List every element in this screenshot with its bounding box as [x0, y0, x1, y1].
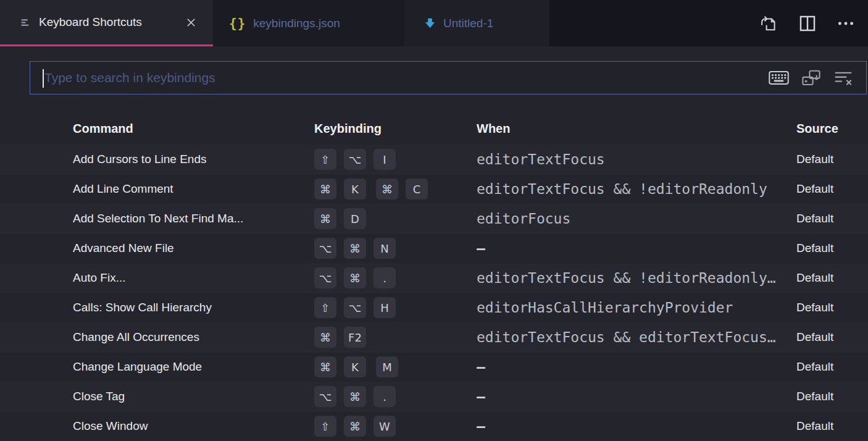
row-indent	[0, 382, 73, 411]
open-keybindings-json-button[interactable]	[759, 14, 778, 33]
tab-keyboard-shortcuts[interactable]: Keyboard Shortcuts	[0, 0, 213, 46]
key-cap: ⌘	[344, 267, 366, 288]
keybinding-cell: ⌘F2	[314, 327, 477, 348]
table-header-row: Command Keybinding When Source	[0, 112, 868, 145]
header-when: When	[477, 122, 796, 136]
source-cell: Default	[796, 182, 868, 196]
search-section	[0, 46, 868, 94]
key-chord: ⇧⌥I	[314, 149, 396, 170]
row-indent	[0, 204, 73, 233]
command-cell: Calls: Show Call Hierarchy	[73, 301, 314, 314]
when-cell: editorFocus	[477, 211, 796, 227]
key-cap: ⌘	[314, 356, 336, 377]
key-cap: C	[406, 178, 428, 200]
header-indent	[0, 112, 73, 145]
key-cap: ⌥	[314, 386, 336, 407]
key-cap: ⌘	[344, 416, 366, 437]
key-cap: ⌥	[344, 297, 366, 318]
keybinding-row[interactable]: Advanced New File ⌥⌘N — Default	[0, 233, 868, 263]
tab-label: Keyboard Shortcuts	[39, 15, 142, 29]
keybinding-row[interactable]: Close Window ⇧⌘W — Default	[0, 411, 868, 441]
keybinding-row[interactable]: Close Tag ⌥⌘. — Default	[0, 382, 868, 411]
keybinding-row[interactable]: Change All Occurrences ⌘F2 editorTextFoc…	[0, 322, 868, 352]
keybinding-row[interactable]: Add Line Comment ⌘K⌘C editorTextFocus &&…	[0, 174, 868, 204]
header-keybinding: Keybinding	[314, 122, 477, 136]
when-cell: editorHasCallHierarchyProvider	[477, 300, 796, 316]
keybinding-cell: ⌥⌘.	[314, 386, 477, 407]
key-cap: ⌘	[314, 208, 336, 229]
row-indent	[0, 233, 73, 263]
key-cap: ⌥	[344, 149, 366, 170]
keybindings-table: Command Keybinding When Source Add Curso…	[0, 112, 868, 441]
source-cell: Default	[796, 212, 868, 225]
key-cap: ⌘	[314, 327, 336, 348]
tab-label: keybindings.json	[253, 17, 340, 30]
row-indent	[0, 411, 73, 441]
key-cap: ⌘	[344, 238, 366, 259]
key-cap: ⌥	[314, 238, 336, 259]
when-cell: —	[477, 418, 796, 434]
source-cell: Default	[796, 330, 868, 344]
tab-keybindings-json[interactable]: {} keybindings.json	[213, 0, 404, 46]
key-chord: ⌥⌘N	[314, 238, 396, 259]
row-indent	[0, 145, 73, 174]
editor-actions	[759, 0, 868, 46]
command-cell: Auto Fix...	[73, 271, 314, 285]
key-cap: N	[373, 238, 396, 259]
command-cell: Close Tag	[73, 390, 314, 403]
search-input[interactable]	[30, 62, 769, 94]
key-cap: K	[344, 178, 366, 200]
when-cell: —	[477, 388, 796, 405]
keybinding-cell: ⇧⌥H	[314, 297, 477, 318]
key-cap: ⌥	[314, 267, 336, 288]
key-cap: I	[373, 149, 396, 170]
record-keys-icon[interactable]	[769, 70, 789, 85]
key-cap: F2	[344, 327, 366, 348]
more-actions-icon[interactable]	[837, 15, 854, 32]
key-cap: ⇧	[314, 297, 336, 318]
keybinding-cell: ⌘KM	[314, 356, 477, 377]
sort-by-precedence-icon[interactable]	[802, 70, 821, 86]
command-cell: Advanced New File	[73, 242, 314, 255]
key-chord: ⌥⌘.	[314, 386, 396, 407]
key-chord: ⌘K	[314, 356, 366, 377]
when-cell: editorTextFocus && editorTextFocus…	[477, 329, 796, 345]
when-cell: editorTextFocus && !editorReadonly…	[477, 270, 796, 286]
row-indent	[0, 293, 73, 322]
key-cap: H	[373, 297, 396, 318]
keybinding-cell: ⇧⌥I	[314, 149, 477, 170]
command-cell: Close Window	[73, 419, 314, 433]
source-cell: Default	[796, 271, 868, 285]
key-chord: ⌘C	[376, 178, 428, 200]
close-tab-icon[interactable]	[183, 14, 199, 31]
keybinding-row[interactable]: Add Selection To Next Find Ma... ⌘D edit…	[0, 204, 868, 233]
source-cell: Default	[796, 390, 868, 403]
tab-label: Untitled-1	[443, 17, 493, 30]
command-cell: Add Cursors to Line Ends	[73, 153, 314, 166]
key-cap: ⇧	[314, 149, 336, 170]
when-cell: —	[477, 359, 796, 375]
key-cap: K	[344, 356, 366, 377]
key-chord: ⌘F2	[314, 327, 366, 348]
key-chord: ⇧⌥H	[314, 297, 396, 318]
text-cursor	[43, 69, 44, 88]
row-indent	[0, 352, 73, 382]
row-indent	[0, 174, 73, 204]
keybinding-row[interactable]: Add Cursors to Line Ends ⇧⌥I editorTextF…	[0, 145, 868, 174]
row-indent	[0, 322, 73, 352]
source-cell: Default	[796, 242, 868, 255]
key-cap: .	[373, 267, 396, 288]
keybinding-cell: ⌥⌘N	[314, 238, 477, 259]
command-cell: Change All Occurrences	[73, 330, 314, 344]
tab-untitled-1[interactable]: Untitled-1	[404, 0, 549, 46]
keybinding-row[interactable]: Change Language Mode ⌘KM — Default	[0, 352, 868, 382]
keybinding-row[interactable]: Calls: Show Call Hierarchy ⇧⌥H editorHas…	[0, 293, 868, 322]
key-cap: W	[373, 416, 396, 437]
keybinding-cell: ⌥⌘.	[314, 267, 477, 288]
split-editor-icon[interactable]	[799, 15, 816, 32]
source-cell: Default	[796, 360, 868, 374]
keybinding-row[interactable]: Auto Fix... ⌥⌘. editorTextFocus && !edit…	[0, 263, 868, 293]
clear-search-icon[interactable]	[834, 70, 853, 86]
command-cell: Add Selection To Next Find Ma...	[73, 212, 314, 225]
header-command: Command	[73, 122, 314, 136]
